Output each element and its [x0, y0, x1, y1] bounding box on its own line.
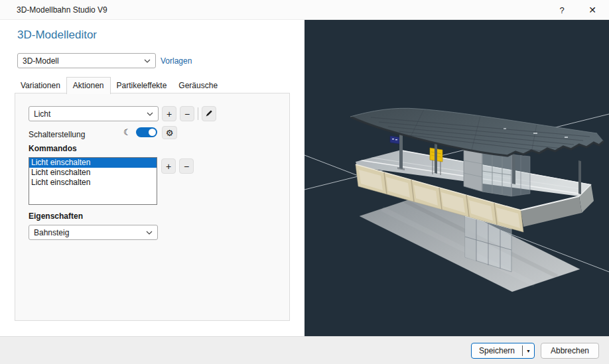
properties-combobox[interactable]: Bahnsteig: [29, 225, 158, 240]
minus-icon: −: [184, 162, 189, 171]
moon-icon: ☾: [123, 127, 131, 137]
tab-variationen[interactable]: Variationen: [15, 78, 66, 93]
list-item[interactable]: Licht einschalten: [29, 178, 157, 188]
save-button[interactable]: Speichern ▼: [471, 343, 535, 359]
gear-icon: ⚙: [166, 128, 174, 138]
plus-icon: +: [167, 109, 172, 119]
list-item[interactable]: Licht einschalten: [29, 158, 157, 168]
add-action-button[interactable]: +: [162, 106, 176, 121]
plus-icon: +: [166, 162, 171, 171]
chevron-down-icon: [147, 112, 153, 116]
list-item[interactable]: Licht einschalten: [29, 168, 157, 178]
pencil-icon: [205, 109, 213, 119]
tab-partikeleffekte[interactable]: Partikeleffekte: [111, 78, 173, 93]
templates-link[interactable]: Vorlagen: [161, 56, 192, 66]
footer-bar: Speichern ▼ Abbrechen: [0, 336, 609, 364]
app-window: 3D-Modellbahn Studio V9 ? ✕ 3D-Modelledi…: [0, 0, 609, 364]
title-bar[interactable]: 3D-Modellbahn Studio V9 ? ✕: [0, 0, 609, 20]
remove-command-button[interactable]: −: [179, 158, 194, 174]
toggle-knob: [149, 129, 156, 136]
station-sign-blue: [390, 136, 399, 144]
editor-panel: 3D-Modelleditor 3D-Modell Vorlagen Varia…: [0, 20, 304, 336]
commands-label: Kommandos: [29, 144, 77, 153]
action-value: Licht: [34, 109, 50, 119]
chevron-down-icon: [144, 59, 151, 63]
save-dropdown-arrow-icon[interactable]: ▼: [523, 349, 534, 353]
properties-value: Bahnsteig: [34, 228, 69, 237]
toolbar-divider: [198, 107, 198, 120]
switch-position-label: Schalterstellung: [29, 130, 85, 139]
chevron-down-icon: [146, 231, 153, 235]
tab-aktionen[interactable]: Aktionen: [66, 77, 111, 94]
save-button-label: Speichern: [472, 346, 522, 355]
properties-label: Eigenschaften: [29, 212, 83, 221]
switch-toggle[interactable]: [136, 127, 157, 137]
tab-geraeusche[interactable]: Geräusche: [172, 78, 224, 93]
help-icon: ?: [559, 5, 564, 15]
tab-strip: Variationen Aktionen Partikeleffekte Ger…: [15, 78, 224, 93]
close-icon: ✕: [588, 5, 596, 15]
commands-listbox[interactable]: Licht einschalten Licht einschalten Lich…: [29, 157, 157, 205]
window-title: 3D-Modellbahn Studio V9: [17, 5, 107, 15]
add-command-button[interactable]: +: [161, 158, 176, 174]
close-button[interactable]: ✕: [578, 0, 606, 20]
model-type-combobox[interactable]: 3D-Modell: [17, 53, 156, 68]
model-type-value: 3D-Modell: [23, 56, 59, 66]
settings-button[interactable]: ⚙: [162, 126, 177, 139]
cancel-button-label: Abbrechen: [551, 346, 589, 355]
minus-icon: −: [184, 109, 190, 119]
viewport-3d-canvas[interactable]: [304, 20, 609, 336]
aktionen-tab-panel: Licht + − Schalterstellung ☾ ⚙ Kommandos…: [15, 93, 290, 321]
help-button[interactable]: ?: [548, 0, 576, 20]
remove-action-button[interactable]: −: [180, 106, 194, 121]
cancel-button[interactable]: Abbrechen: [541, 343, 599, 359]
edit-action-button[interactable]: [202, 106, 216, 121]
action-combobox[interactable]: Licht: [29, 106, 159, 121]
page-title: 3D-Modelleditor: [17, 29, 97, 42]
